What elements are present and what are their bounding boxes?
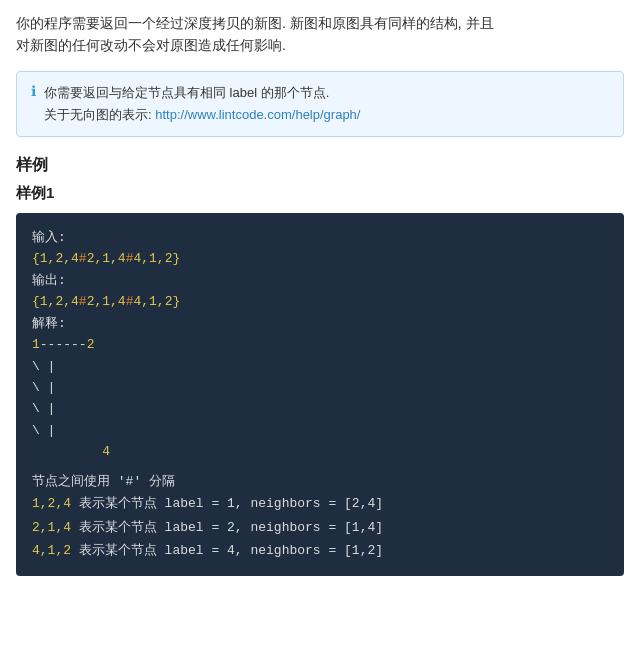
intro-line1: 你的程序需要返回一个经过深度拷贝的新图. 新图和原图具有同样的结构, 并且 (16, 15, 494, 31)
info-text2: 关于无向图的表示: (44, 107, 155, 122)
node-descriptions: 1,2,4 表示某个节点 label = 1, neighbors = [2,4… (32, 492, 608, 562)
output-value-line: {1,2,4#2,1,4#4,1,2} (32, 291, 608, 312)
node3-desc1: 4,1,2 (32, 543, 71, 558)
input-value-line: {1,2,4#2,1,4#4,1,2} (32, 248, 608, 269)
node-desc-1: 1,2,4 表示某个节点 label = 1, neighbors = [2,4… (32, 492, 608, 515)
node3-desc2: 表示某个节点 label = 4, neighbors = [1,2] (71, 543, 383, 558)
output-line: 输出: (32, 270, 608, 291)
node1: 1 (32, 337, 40, 352)
node2-desc2: 表示某个节点 label = 2, neighbors = [1,4] (71, 520, 383, 535)
node4: 4 (102, 444, 110, 459)
separator-line: 节点之间使用 '#' 分隔 (32, 471, 608, 492)
graph-line5: \ | (32, 420, 608, 441)
section-title-sample: 样例 (16, 155, 624, 176)
code-block: 输入: {1,2,4#2,1,4#4,1,2} 输出: {1,2,4#2,1,4… (16, 213, 624, 576)
info-link[interactable]: http://www.lintcode.com/help/graph/ (155, 107, 360, 122)
output-value1: {1,2,4 (32, 294, 79, 309)
explain-line: 解释: (32, 313, 608, 334)
input-line: 输入: (32, 227, 608, 248)
info-box: ℹ 你需要返回与给定节点具有相同 label 的那个节点. 关于无向图的表示: … (16, 71, 624, 137)
node-desc-2: 2,1,4 表示某个节点 label = 2, neighbors = [1,4… (32, 516, 608, 539)
input-label: 输入: (32, 230, 66, 245)
graph-line4: \ | (32, 398, 608, 419)
graph-diagram: 1------2 \ | \ | \ | \ | 4 (32, 334, 608, 463)
output-value3: 4,1,2} (133, 294, 180, 309)
subsection-title-sample1: 样例1 (16, 184, 624, 203)
node2: 2 (87, 337, 95, 352)
node-desc-3: 4,1,2 表示某个节点 label = 4, neighbors = [1,2… (32, 539, 608, 562)
info-text1: 你需要返回与给定节点具有相同 label 的那个节点. (44, 85, 329, 100)
info-icon: ℹ (31, 83, 36, 99)
graph-branch5: \ | (32, 423, 55, 438)
graph-branch2: \ | (32, 359, 55, 374)
node1-desc2: 表示某个节点 label = 1, neighbors = [2,4] (71, 496, 383, 511)
page-wrapper: 你的程序需要返回一个经过深度拷贝的新图. 新图和原图具有同样的结构, 并且 对新… (0, 0, 640, 588)
node2-desc1: 2,1,4 (32, 520, 71, 535)
output-label: 输出: (32, 273, 66, 288)
input-value2: 2,1,4 (87, 251, 126, 266)
input-value1: {1,2,4 (32, 251, 79, 266)
graph-line6: 4 (32, 441, 608, 462)
output-value2: 2,1,4 (87, 294, 126, 309)
node1-desc1: 1,2,4 (32, 496, 71, 511)
graph-line2: \ | (32, 356, 608, 377)
graph-spaces (32, 444, 102, 459)
intro-line2: 对新图的任何改动不会对原图造成任何影响. (16, 37, 286, 53)
graph-line3: \ | (32, 377, 608, 398)
input-value3: 4,1,2} (133, 251, 180, 266)
info-box-content: 你需要返回与给定节点具有相同 label 的那个节点. 关于无向图的表示: ht… (44, 82, 360, 126)
graph-branch3: \ | (32, 380, 55, 395)
dash-line: ------ (40, 337, 87, 352)
graph-line1: 1------2 (32, 334, 608, 355)
explain-label: 解释: (32, 316, 66, 331)
separator-text: 节点之间使用 '#' 分隔 (32, 474, 175, 489)
graph-branch4: \ | (32, 401, 55, 416)
intro-text: 你的程序需要返回一个经过深度拷贝的新图. 新图和原图具有同样的结构, 并且 对新… (16, 12, 624, 57)
output-sep1: # (79, 294, 87, 309)
input-sep1: # (79, 251, 87, 266)
